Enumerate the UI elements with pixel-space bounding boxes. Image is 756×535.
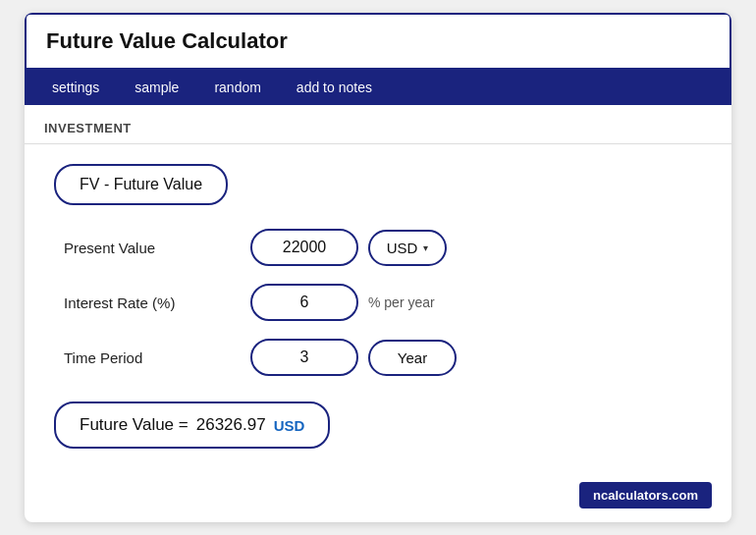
- result-value: 26326.97: [196, 415, 266, 435]
- footer-bar: ncalculators.com: [25, 472, 731, 522]
- time-period-input[interactable]: [250, 339, 358, 376]
- dropdown-arrow-icon: ▾: [423, 242, 428, 253]
- currency-label: USD: [387, 240, 418, 256]
- time-period-row: Time Period Year: [54, 339, 702, 376]
- form-area: FV - Future Value Present Value USD ▾ In…: [25, 144, 731, 472]
- result-box: Future Value = 26326.97 USD: [54, 401, 330, 449]
- nav-settings[interactable]: settings: [34, 70, 117, 105]
- present-value-row: Present Value USD ▾: [54, 229, 702, 266]
- result-prefix: Future Value =: [80, 415, 189, 435]
- section-label: INVESTMENT: [25, 105, 731, 144]
- fv-selector[interactable]: FV - Future Value: [54, 164, 228, 205]
- brand-badge: ncalculators.com: [579, 482, 712, 508]
- present-value-input[interactable]: [250, 229, 358, 266]
- result-currency: USD: [274, 417, 305, 434]
- interest-rate-label: Interest Rate (%): [54, 294, 250, 311]
- calculator-wrapper: Future Value Calculator settings sample …: [0, 0, 756, 535]
- time-period-unit[interactable]: Year: [368, 340, 457, 376]
- nav-add-to-notes[interactable]: add to notes: [279, 70, 390, 105]
- time-period-label: Time Period: [54, 349, 250, 366]
- interest-rate-row: Interest Rate (%) % per year: [54, 284, 702, 321]
- interest-rate-unit: % per year: [368, 294, 435, 310]
- nav-random[interactable]: random: [196, 70, 278, 105]
- calculator-card: Future Value Calculator settings sample …: [25, 13, 731, 522]
- nav-bar: settings sample random add to notes: [25, 70, 731, 105]
- title-bar: Future Value Calculator: [25, 13, 731, 70]
- nav-sample[interactable]: sample: [117, 70, 196, 105]
- interest-rate-input[interactable]: [250, 284, 358, 321]
- page-title: Future Value Calculator: [46, 28, 288, 53]
- currency-dropdown[interactable]: USD ▾: [368, 230, 447, 266]
- present-value-label: Present Value: [54, 240, 250, 256]
